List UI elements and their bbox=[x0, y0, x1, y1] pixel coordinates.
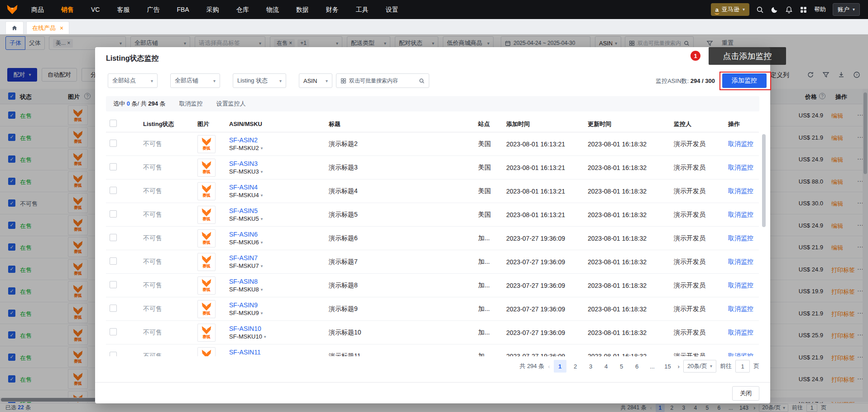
row-checkbox[interactable] bbox=[110, 140, 117, 147]
search-icon[interactable] bbox=[756, 6, 764, 14]
page-number[interactable]: 3 bbox=[585, 360, 597, 373]
nav-menu-item[interactable]: 销售 bbox=[53, 0, 82, 19]
chevron-down-icon[interactable]: ▾ bbox=[261, 311, 263, 315]
chevron-down-icon[interactable]: ▾ bbox=[261, 146, 263, 150]
asin-link[interactable]: SF-ASIN11 bbox=[229, 349, 261, 356]
apps-grid-icon[interactable] bbox=[800, 6, 807, 14]
chevron-down-icon[interactable]: ▾ bbox=[261, 287, 263, 292]
row-checkbox[interactable] bbox=[110, 328, 117, 335]
nav-menu-item[interactable]: 商品 bbox=[23, 0, 53, 19]
cancel-monitor-link[interactable]: 取消监控 bbox=[728, 187, 753, 195]
nav-menu-item[interactable]: VC bbox=[82, 0, 108, 19]
cancel-monitor-link[interactable]: 取消监控 bbox=[728, 352, 753, 357]
cancel-monitor-link[interactable]: 取消监控 bbox=[728, 258, 753, 266]
asin-link[interactable]: SF-ASIN10 bbox=[229, 325, 261, 332]
row-checkbox[interactable] bbox=[110, 305, 117, 312]
asin-link[interactable]: SF-ASIN6 bbox=[229, 231, 258, 238]
tab-online-products[interactable]: 在线产品 × bbox=[26, 21, 69, 34]
home-tab[interactable] bbox=[5, 21, 24, 34]
asin-link[interactable]: SF-ASIN2 bbox=[229, 136, 258, 144]
product-image: 赛狐 bbox=[197, 159, 216, 177]
updated-time: 2023-08-01 16:18:32 bbox=[582, 188, 668, 195]
close-icon[interactable]: × bbox=[60, 25, 63, 31]
row-checkbox[interactable] bbox=[110, 281, 117, 288]
nav-menu-item[interactable]: 仓库 bbox=[228, 0, 258, 19]
chevron-down-icon[interactable]: ▾ bbox=[261, 264, 263, 268]
goto-page-input[interactable]: 1 bbox=[735, 360, 750, 373]
chevron-down-icon[interactable]: ▾ bbox=[261, 193, 263, 198]
nav-menu-item[interactable]: 财务 bbox=[317, 0, 347, 19]
cancel-monitor-link[interactable]: 取消监控 bbox=[728, 140, 753, 148]
page-size-select[interactable]: 20条/页▾ bbox=[683, 360, 716, 373]
row-checkbox[interactable] bbox=[110, 187, 117, 194]
add-monitor-button[interactable]: 添加监控 bbox=[722, 73, 767, 88]
cancel-monitor-link[interactable]: 取消监控 bbox=[728, 281, 753, 290]
row-checkbox[interactable] bbox=[110, 234, 117, 241]
asin-link[interactable]: SF-ASIN5 bbox=[229, 207, 258, 214]
row-checkbox[interactable] bbox=[110, 352, 117, 356]
page-number[interactable]: ... bbox=[646, 360, 659, 373]
asin-link[interactable]: SF-ASIN7 bbox=[229, 254, 258, 262]
product-title: 演示标题2 bbox=[323, 140, 473, 148]
asin-link[interactable]: SF-ASIN4 bbox=[229, 184, 258, 191]
nav-menu-item[interactable]: 设置 bbox=[377, 0, 407, 19]
nav-menu-item[interactable]: 工具 bbox=[347, 0, 377, 19]
page-number[interactable]: 2 bbox=[569, 360, 582, 373]
search-icon[interactable] bbox=[419, 78, 425, 84]
listing-status-select[interactable]: Listing 状态▾ bbox=[233, 73, 286, 88]
batch-search-input[interactable]: 双击可批量搜索内容 bbox=[336, 73, 429, 88]
marketplace-switch-button[interactable]: a 亚马逊 ▾ bbox=[711, 3, 749, 16]
nav-menu-item[interactable]: 客服 bbox=[108, 0, 138, 19]
shop-select[interactable]: 全部店铺▾ bbox=[170, 73, 220, 88]
row-checkbox[interactable] bbox=[110, 210, 117, 218]
cancel-monitor-link[interactable]: 取消监控 bbox=[728, 234, 753, 242]
prev-page-icon[interactable]: ‹ bbox=[548, 363, 550, 370]
nav-menu-item[interactable]: 物流 bbox=[258, 0, 288, 19]
chevron-down-icon[interactable]: ▾ bbox=[261, 217, 263, 221]
cancel-monitor-link[interactable]: 取消监控 bbox=[728, 211, 753, 219]
site-select[interactable]: 全部站点▾ bbox=[108, 73, 158, 88]
nav-menu-item[interactable]: 数据 bbox=[288, 0, 317, 19]
chevron-down-icon[interactable]: ▾ bbox=[261, 170, 263, 174]
page-number[interactable]: 15 bbox=[662, 360, 674, 373]
account-button[interactable]: 账户 ▾ bbox=[833, 3, 860, 16]
nav-menu-item[interactable]: 采购 bbox=[198, 0, 228, 19]
help-link[interactable]: 帮助 bbox=[814, 5, 826, 14]
search-type-select[interactable]: ASIN▾ bbox=[299, 73, 332, 88]
monitor-user: 演示开发员 bbox=[668, 329, 723, 337]
site-value: 美国 bbox=[473, 164, 501, 172]
chevron-down-icon: ▾ bbox=[213, 78, 216, 83]
page-number[interactable]: 5 bbox=[615, 360, 628, 373]
nav-menu-item[interactable]: FBA bbox=[168, 0, 197, 19]
cancel-monitor-link[interactable]: 取消监控 bbox=[728, 305, 753, 313]
cancel-monitor-link[interactable]: 取消监控 bbox=[728, 164, 753, 172]
close-modal-button[interactable]: 关闭 bbox=[732, 386, 759, 401]
theme-moon-icon[interactable] bbox=[771, 6, 778, 14]
asin-link[interactable]: SF-ASIN9 bbox=[229, 301, 258, 309]
modal-table-scrollbar[interactable] bbox=[762, 133, 766, 354]
nav-menu-item[interactable]: 广告 bbox=[138, 0, 168, 19]
select-all-checkbox[interactable] bbox=[110, 120, 117, 127]
scrollbar-thumb[interactable] bbox=[762, 134, 766, 227]
batch-set-monitor-user-button[interactable]: 设置监控人 bbox=[216, 100, 246, 108]
chevron-down-icon[interactable]: ▾ bbox=[264, 334, 266, 339]
asin-link[interactable]: SF-ASIN8 bbox=[229, 278, 258, 285]
notification-bell-icon[interactable] bbox=[785, 6, 793, 14]
row-checkbox[interactable] bbox=[110, 163, 117, 170]
chevron-down-icon[interactable]: ▾ bbox=[261, 240, 263, 245]
updated-time: 2023-08-01 16:18:32 bbox=[582, 329, 668, 336]
page-number[interactable]: 4 bbox=[600, 360, 613, 373]
listing-status-value: 不可售 bbox=[138, 329, 192, 337]
row-checkbox[interactable] bbox=[110, 257, 117, 265]
added-time: 2023-07-27 19:36:09 bbox=[501, 235, 582, 242]
product-title: 演示标题9 bbox=[323, 305, 473, 313]
page-number[interactable]: 6 bbox=[631, 360, 643, 373]
msku-value: SF-MSKU7 bbox=[229, 262, 259, 269]
added-time: 2023-07-27 19:36:09 bbox=[501, 282, 582, 289]
goto-label: 前往 bbox=[720, 362, 732, 370]
cancel-monitor-link[interactable]: 取消监控 bbox=[728, 329, 753, 337]
next-page-icon[interactable]: › bbox=[678, 363, 680, 370]
page-number[interactable]: 1 bbox=[554, 360, 566, 373]
batch-cancel-monitor-button[interactable]: 取消监控 bbox=[179, 100, 203, 108]
asin-link[interactable]: SF-ASIN3 bbox=[229, 160, 258, 167]
